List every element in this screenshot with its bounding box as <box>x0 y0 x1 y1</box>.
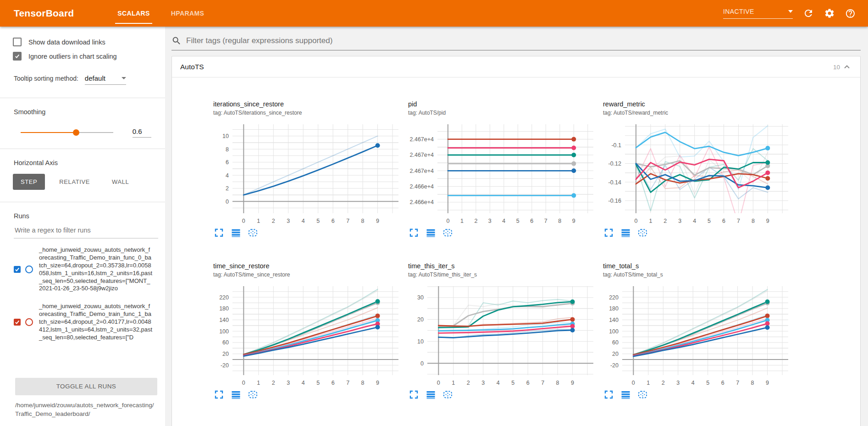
svg-text:7: 7 <box>346 218 349 224</box>
svg-text:5: 5 <box>511 380 514 386</box>
divider <box>0 98 165 98</box>
svg-text:4: 4 <box>226 172 229 179</box>
horizontal-axis-buttons: STEPRELATIVEWALL <box>13 174 165 190</box>
smoothing-value[interactable]: 0.6 <box>133 127 151 138</box>
app-title: TensorBoard <box>14 8 74 19</box>
svg-text:2.467e+4: 2.467e+4 <box>410 168 434 174</box>
settings-icon[interactable] <box>824 8 835 19</box>
card-collapse[interactable]: 10 <box>833 64 850 71</box>
tab-bar: SCALARSHPARAMS <box>107 0 215 27</box>
svg-text:4: 4 <box>693 218 696 224</box>
smoothing-label: Smoothing <box>14 108 165 116</box>
chevron-down-icon <box>122 77 126 79</box>
svg-text:20: 20 <box>222 351 229 357</box>
expand-chart-icon[interactable] <box>604 228 614 238</box>
expand-chart-icon[interactable] <box>214 228 224 238</box>
expand-chart-icon[interactable] <box>409 390 419 399</box>
svg-text:-0.12: -0.12 <box>608 160 622 167</box>
chart-plot[interactable]: 2201801401006020-200123456789 <box>213 282 404 388</box>
svg-text:9: 9 <box>376 218 379 224</box>
run-name: _home_junweid_zouwu_autots_network_forec… <box>39 246 153 293</box>
smoothing-slider[interactable] <box>21 129 113 136</box>
svg-text:20: 20 <box>612 351 619 357</box>
svg-text:10: 10 <box>222 133 229 139</box>
svg-text:0: 0 <box>226 199 229 205</box>
log-scale-icon[interactable] <box>426 390 436 399</box>
chart-plot[interactable]: 2.467e+42.467e+42.467e+42.466e+42.466e+4… <box>408 121 599 226</box>
log-scale-icon[interactable] <box>426 228 436 238</box>
run-list: _home_junweid_zouwu_autots_network_forec… <box>0 241 165 347</box>
svg-text:1: 1 <box>647 380 650 386</box>
run-radio[interactable] <box>25 318 33 326</box>
axis-button-step[interactable]: STEP <box>13 174 45 190</box>
log-scale-icon[interactable] <box>231 228 241 238</box>
divider <box>0 202 165 202</box>
run-checkbox[interactable] <box>14 266 21 273</box>
charts-grid: iterations_since_restoretag: AutoTS/iter… <box>172 77 860 399</box>
chart-count: 10 <box>833 64 840 71</box>
svg-text:8: 8 <box>751 380 754 386</box>
fit-domain-icon[interactable] <box>248 228 258 238</box>
run-radio[interactable] <box>25 266 33 273</box>
expand-chart-icon[interactable] <box>604 390 614 399</box>
refresh-icon[interactable] <box>803 8 814 19</box>
svg-text:10: 10 <box>417 338 424 345</box>
fit-domain-icon[interactable] <box>638 390 647 399</box>
axis-button-wall[interactable]: WALL <box>104 174 137 190</box>
svg-text:6: 6 <box>332 380 335 386</box>
axis-button-relative[interactable]: RELATIVE <box>51 174 98 190</box>
checkbox[interactable] <box>13 38 22 46</box>
run-name: _home_junweid_zouwu_autots_network_forec… <box>39 303 153 341</box>
chart-plot[interactable]: 30201000123456789 <box>408 282 599 388</box>
svg-text:5: 5 <box>708 218 711 224</box>
horizontal-axis-label: Horizontal Axis <box>14 159 165 166</box>
run-item[interactable]: _home_junweid_zouwu_autots_network_forec… <box>0 241 165 298</box>
slider-thumb[interactable] <box>73 129 79 136</box>
settings-checkbox-row[interactable]: Show data download links <box>13 38 165 46</box>
expand-chart-icon[interactable] <box>409 228 419 238</box>
fit-domain-icon[interactable] <box>443 390 453 399</box>
chart-plot[interactable]: 10864200123456789 <box>213 121 404 226</box>
divider <box>0 149 165 149</box>
checkbox-label: Ignore outliers in chart scaling <box>28 53 117 60</box>
run-item[interactable]: _home_junweid_zouwu_autots_network_forec… <box>0 298 165 346</box>
svg-text:1: 1 <box>649 218 652 224</box>
svg-text:60: 60 <box>612 339 619 346</box>
settings-checkbox-row[interactable]: Ignore outliers in chart scaling <box>13 52 165 61</box>
svg-text:2.466e+4: 2.466e+4 <box>410 199 434 205</box>
chart-toolbar <box>409 228 603 238</box>
svg-text:6: 6 <box>721 380 724 386</box>
log-scale-icon[interactable] <box>231 390 241 399</box>
svg-text:1: 1 <box>452 380 455 386</box>
status-dropdown[interactable]: INACTIVE <box>723 8 793 19</box>
chart-tag: tag: AutoTS/time_this_iter_s <box>408 271 603 278</box>
fit-domain-icon[interactable] <box>638 228 647 238</box>
chart-card: time_since_restoretag: AutoTS/time_since… <box>213 262 408 399</box>
checkbox[interactable] <box>13 52 22 61</box>
help-icon[interactable] <box>845 8 856 19</box>
svg-text:4: 4 <box>302 218 305 224</box>
run-checkbox[interactable] <box>14 319 21 326</box>
chart-title: time_this_iter_s <box>408 262 603 270</box>
tooltip-sorting-select[interactable]: default <box>85 74 126 85</box>
chart-title: iterations_since_restore <box>213 100 408 108</box>
svg-text:9: 9 <box>766 380 769 386</box>
card-title: AutoTS <box>180 63 204 71</box>
fit-domain-icon[interactable] <box>248 390 258 399</box>
toggle-all-runs-button[interactable]: TOGGLE ALL RUNS <box>15 378 157 395</box>
tab-scalars[interactable]: SCALARS <box>107 0 160 27</box>
svg-text:9: 9 <box>376 380 379 386</box>
tag-filter-input[interactable] <box>185 36 861 46</box>
chevron-up-icon <box>844 64 850 70</box>
chart-plot[interactable]: 2201801401006020-200123456789 <box>603 282 794 388</box>
card-header[interactable]: AutoTS 10 <box>172 56 860 77</box>
tab-hparams[interactable]: HPARAMS <box>160 0 215 27</box>
expand-chart-icon[interactable] <box>214 390 224 399</box>
svg-text:6: 6 <box>332 218 335 224</box>
chart-plot[interactable]: -0.1-0.12-0.14-0.160123456789 <box>603 121 794 226</box>
log-scale-icon[interactable] <box>621 390 630 399</box>
fit-domain-icon[interactable] <box>443 228 453 238</box>
log-scale-icon[interactable] <box>621 228 630 238</box>
chart-toolbar <box>214 228 408 238</box>
runs-filter-input[interactable] <box>14 226 160 234</box>
